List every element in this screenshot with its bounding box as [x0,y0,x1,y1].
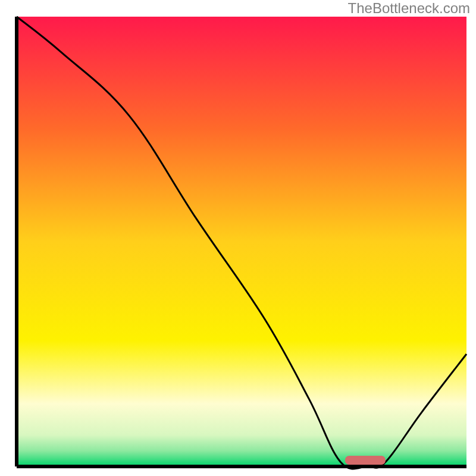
chart-gradient-bg [17,17,466,466]
bottleneck-chart [0,0,476,476]
watermark-text: TheBottleneck.com [348,0,470,17]
optimal-marker [345,456,386,465]
chart-container: TheBottleneck.com [0,0,476,476]
